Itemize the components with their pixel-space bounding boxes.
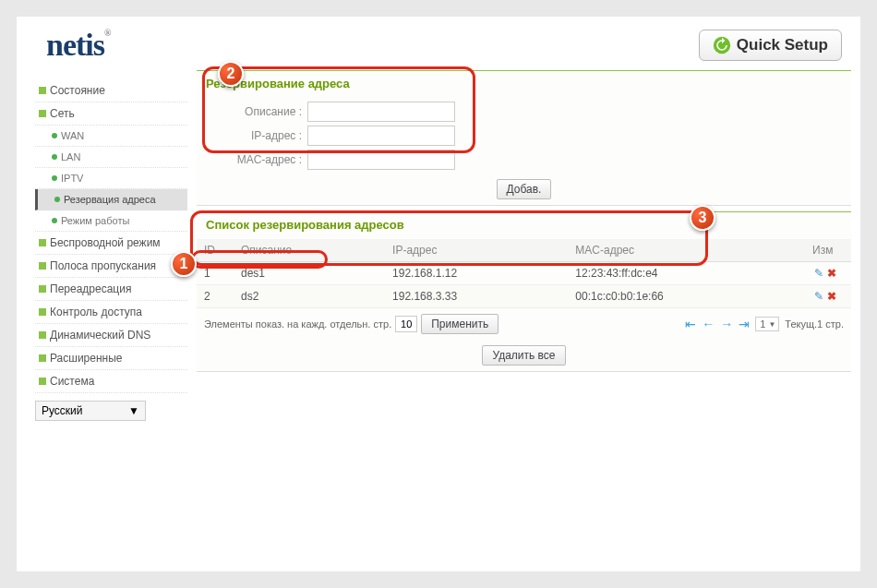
sidebar-item-label: Беспроводной режим — [50, 236, 161, 249]
square-icon — [39, 354, 46, 362]
cell-mac: 12:23:43:ff:dc:e4 — [568, 262, 805, 285]
square-icon — [39, 285, 46, 293]
first-page-icon[interactable]: ⇤ — [685, 317, 696, 331]
desc-input[interactable] — [307, 102, 455, 122]
annotation-marker-2: 2 — [218, 61, 244, 87]
mac-input[interactable] — [307, 150, 455, 170]
sidebar-item-переадресация[interactable]: Переадресация — [35, 278, 187, 301]
sidebar-item-label: Контроль доступа — [50, 306, 142, 318]
paging-label: Элементы показ. на кажд. отдельн. стр. — [204, 318, 391, 330]
sidebar-item-label: Динамический DNS — [50, 329, 150, 342]
per-page-input[interactable] — [395, 316, 417, 332]
edit-icon[interactable]: ✎ — [814, 290, 823, 303]
sidebar-item-label: Состояние — [50, 84, 105, 97]
cell-id: 2 — [197, 285, 234, 308]
sidebar-item-состояние[interactable]: Состояние — [35, 79, 187, 102]
sidebar-item-резервация-адреса[interactable]: Резервация адреса — [35, 189, 187, 210]
table-row: 2ds2192.168.3.3300:1c:c0:b0:1e:66✎✖ — [197, 285, 851, 308]
ip-label: IP-адрес : — [197, 129, 307, 142]
sidebar-item-wan[interactable]: WAN — [35, 126, 187, 147]
delete-icon[interactable]: ✖ — [827, 267, 836, 280]
col-id: ID — [197, 239, 234, 262]
dot-icon — [52, 175, 57, 181]
cell-ip: 192.168.3.33 — [385, 285, 568, 308]
sidebar-item-label: Резервация адреса — [64, 194, 156, 205]
sidebar-item-label: WAN — [61, 130, 84, 141]
add-button[interactable]: Добав. — [497, 179, 552, 199]
col-desc: Описание — [234, 239, 385, 262]
cell-mac: 00:1c:c0:b0:1e:66 — [568, 285, 805, 308]
col-mac: MAC-адрес — [568, 239, 805, 262]
quick-setup-label: Quick Setup — [737, 36, 828, 54]
square-icon — [39, 378, 46, 385]
chevron-down-icon: ▼ — [128, 404, 139, 417]
sidebar-item-сеть[interactable]: Сеть — [35, 102, 187, 126]
dot-icon — [52, 218, 57, 223]
form-title: Резервирование адреса — [197, 71, 851, 98]
desc-label: Описание : — [197, 105, 307, 118]
sidebar-item-lan[interactable]: LAN — [35, 147, 187, 168]
sidebar-item-полоса-пропускания[interactable]: Полоса пропускания — [35, 255, 187, 278]
language-label: Русский — [42, 404, 83, 417]
logo: netis® — [46, 28, 110, 63]
cell-desc: ds2 — [234, 285, 385, 308]
mac-label: MAC-адрес : — [197, 153, 307, 166]
current-page-label: Текущ.1 стр. — [785, 318, 844, 330]
sidebar-item-label: Расширенные — [50, 352, 123, 365]
quick-setup-button[interactable]: Quick Setup — [699, 30, 842, 61]
sidebar-item-label: Полоса пропускания — [50, 259, 156, 272]
apply-button[interactable]: Применить — [421, 314, 499, 334]
sidebar-item-iptv[interactable]: IPTV — [35, 168, 187, 189]
cell-id: 1 — [197, 262, 234, 285]
sidebar-item-label: Переадресация — [50, 282, 131, 295]
sidebar-item-label: IPTV — [61, 173, 83, 184]
sidebar-item-label: Сеть — [50, 107, 75, 120]
square-icon — [39, 262, 46, 270]
sidebar-item-label: Система — [50, 375, 94, 388]
annotation-marker-1: 1 — [171, 251, 197, 277]
prev-page-icon[interactable]: ← — [702, 317, 715, 331]
dot-icon — [52, 154, 57, 160]
col-act: Изм — [805, 239, 851, 262]
table-row: 1des1192.168.1.1212:23:43:ff:dc:e4✎✖ — [197, 262, 851, 285]
page-select[interactable]: 1 — [755, 317, 779, 331]
sidebar-item-label: Режим работы — [61, 215, 129, 226]
square-icon — [39, 239, 46, 246]
sidebar-item-режим-работы[interactable]: Режим работы — [35, 210, 187, 232]
reservation-table: ID Описание IP-адрес MAC-адрес Изм 1des1… — [197, 239, 851, 308]
square-icon — [39, 110, 46, 117]
sidebar: СостояниеСетьWANLANIPTVРезервация адреса… — [17, 70, 187, 421]
sidebar-item-расширенные[interactable]: Расширенные — [35, 347, 187, 370]
ip-input[interactable] — [307, 126, 455, 146]
delete-icon[interactable]: ✖ — [827, 290, 836, 303]
col-ip: IP-адрес — [385, 239, 568, 262]
sidebar-item-динамический-dns[interactable]: Динамический DNS — [35, 324, 187, 347]
annotation-marker-3: 3 — [690, 205, 715, 231]
cell-desc: des1 — [234, 262, 385, 285]
square-icon — [39, 331, 46, 339]
refresh-icon — [713, 36, 731, 54]
last-page-icon[interactable]: ⇥ — [739, 317, 750, 331]
sidebar-item-label: LAN — [61, 151, 80, 162]
language-select[interactable]: Русский▼ — [35, 401, 146, 421]
square-icon — [39, 87, 46, 94]
sidebar-item-беспроводной-режим[interactable]: Беспроводной режим — [35, 232, 187, 255]
cell-ip: 192.168.1.12 — [385, 262, 568, 285]
sidebar-item-система[interactable]: Система — [35, 370, 187, 393]
dot-icon — [54, 197, 60, 202]
edit-icon[interactable]: ✎ — [814, 267, 823, 280]
sidebar-item-контроль-доступа[interactable]: Контроль доступа — [35, 301, 187, 324]
delete-all-button[interactable]: Удалить все — [482, 345, 565, 366]
dot-icon — [52, 133, 57, 138]
next-page-icon[interactable]: → — [720, 317, 733, 331]
square-icon — [39, 308, 46, 316]
list-title: Список резервирования адресов — [197, 212, 851, 239]
